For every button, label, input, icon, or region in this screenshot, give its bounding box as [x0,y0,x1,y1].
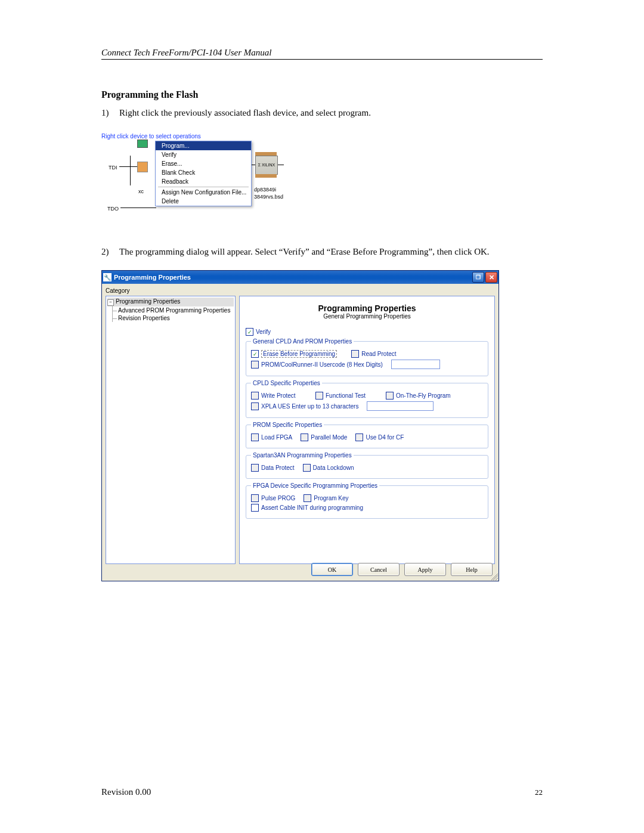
chip-pins [255,174,277,178]
menu-item-verify[interactable]: Verify [156,150,251,159]
dialog-title: Programming Properties [114,274,471,281]
xpla-input[interactable] [367,401,434,411]
group-spartan3an: Spartan3AN Programming Properties ✓Data … [246,452,488,479]
menu-item-blank-check[interactable]: Blank Check [156,168,251,177]
assert-init-checkbox[interactable]: ✓Assert Cable INIT during programming [251,504,363,512]
group-prom: PROM Specific Properties ✓Load FPGA ✓Par… [246,422,488,448]
checkbox-label: Use D4 for CF [366,434,404,441]
xilinx-chip-icon: Σ XILINX [255,156,278,175]
step-text: The programming dialog will appear. Sele… [119,245,543,259]
document-page: Connect Tech FreeForm/PCI-104 User Manua… [0,0,644,833]
hint-text: Right click device to select operations [101,133,201,140]
programming-properties-dialog: 🔧 Programming Properties ❐ ✕ Category −P… [101,270,499,581]
checkbox-icon: ✓ [251,504,259,512]
category-tree[interactable]: −Programming Properties Advanced PROM Pr… [106,296,236,564]
checkbox-icon: ✓ [251,392,259,400]
checkbox-icon: ✓ [301,433,308,441]
write-protect-checkbox[interactable]: ✓Write Protect [251,392,311,400]
cancel-button[interactable]: Cancel [358,563,400,576]
checkbox-icon: ✓ [251,464,259,472]
apply-button[interactable]: Apply [404,563,446,576]
tree-expand-icon[interactable]: − [107,299,114,306]
checkbox-icon: ✓ [315,392,323,400]
menu-item-assign-config[interactable]: Assign New Configuration File... [156,188,251,197]
checkbox-label: Erase Before Programming [261,350,337,358]
menu-item-readback[interactable]: Readback [156,177,251,186]
chip-icon [137,162,148,172]
pulse-prog-checkbox[interactable]: ✓Pulse PROG [251,494,295,502]
use-d4-checkbox[interactable]: ✓Use D4 for CF [355,433,404,441]
checkbox-label: Data Lockdown [313,465,354,471]
checkbox-label: On-The-Fly Program [396,392,451,399]
step-number: 2) [101,245,119,259]
footer-revision: Revision 0.00 [101,787,151,797]
group-legend: CPLD Specific Properties [251,380,322,386]
tree-item-label: Revision Properties [118,315,170,321]
menu-separator [158,187,249,187]
checkbox-label: Functional Test [326,392,366,399]
checkbox-icon: ✓ [251,433,259,441]
dialog-app-icon: 🔧 [103,273,112,281]
wire [120,208,156,208]
checkbox-icon: ✓ [251,350,259,358]
wire [119,166,137,167]
data-protect-checkbox[interactable]: ✓Data Protect [251,464,295,472]
pane-subtitle: General Programming Properties [246,313,488,320]
page-header: Connect Tech FreeForm/PCI-104 User Manua… [101,48,543,60]
step-text: Right click the previously associated fl… [119,106,543,120]
menu-item-delete[interactable]: Delete [156,197,251,206]
ok-button[interactable]: OK [311,563,353,576]
functional-test-checkbox[interactable]: ✓Functional Test [315,392,381,400]
program-key-checkbox[interactable]: ✓Program Key [304,494,348,502]
menu-item-erase[interactable]: Erase... [156,159,251,168]
checkbox-label: Load FPGA [261,434,292,441]
checkbox-icon: ✓ [251,494,259,502]
checkbox-label: Pulse PROG [261,495,295,501]
xpla-checkbox[interactable]: ✓XPLA UES Enter up to 13 characters [251,402,358,410]
parallel-mode-checkbox[interactable]: ✓Parallel Mode [301,433,347,441]
maximize-button[interactable]: ❐ [472,272,484,283]
group-cpld: CPLD Specific Properties ✓Write Protect … [246,380,488,418]
verify-row: ✓Verify [246,328,488,336]
group-legend: General CPLD And PROM Properties [251,338,354,345]
checkbox-icon: ✓ [355,433,363,441]
pane-title: Programming Properties [246,304,488,313]
tree-item-advanced-prom[interactable]: Advanced PROM Programming Properties [107,306,234,314]
menu-item-program[interactable]: Program... [156,141,251,150]
properties-pane: Programming Properties General Programmi… [239,296,495,564]
checkbox-icon: ✓ [246,328,253,336]
usercode-checkbox[interactable]: ✓PROM/CoolRunner-II Usercode (8 Hex Digi… [251,361,383,368]
step-2: 2) The programming dialog will appear. S… [101,245,543,259]
xilinx-label: Σ XILINX [258,163,275,167]
dialog-titlebar: 🔧 Programming Properties ❐ ✕ [102,271,499,284]
checkbox-icon: ✓ [351,350,359,358]
resize-grip-icon[interactable] [491,573,498,580]
checkbox-label: Verify [256,329,271,335]
checkbox-label: Assert Cable INIT during programming [261,504,363,511]
help-button[interactable]: Help [451,563,493,576]
on-the-fly-checkbox[interactable]: ✓On-The-Fly Program [386,392,451,400]
erase-before-checkbox[interactable]: ✓Erase Before Programming [251,350,337,358]
data-lockdown-checkbox[interactable]: ✓Data Lockdown [303,464,354,472]
group-legend: Spartan3AN Programming Properties [251,452,354,459]
screenshot-context-menu: Right click device to select operations … [101,132,292,227]
tree-item-programming-properties[interactable]: −Programming Properties [107,298,234,306]
wire [130,156,131,185]
close-button[interactable]: ✕ [485,272,497,283]
section-title: Programming the Flash [101,89,543,100]
tree-item-revision[interactable]: Revision Properties [107,314,234,322]
read-protect-checkbox[interactable]: ✓Read Protect [351,350,396,358]
dialog-body: Category −Programming Properties Advance… [102,284,499,581]
checkbox-label: PROM/CoolRunner-II Usercode (8 Hex Digit… [261,361,383,368]
load-fpga-checkbox[interactable]: ✓Load FPGA [251,433,292,441]
checkbox-label: Program Key [314,495,348,501]
checkbox-icon: ✓ [304,494,311,502]
chip-name: dp83849i [254,187,276,193]
chip-icon [137,140,148,148]
usercode-input[interactable] [391,360,440,369]
wire [278,165,284,165]
tdi-label: TDI [109,165,117,171]
verify-checkbox[interactable]: ✓Verify [246,328,271,336]
group-legend: FPGA Device Specific Programming Propert… [251,482,379,489]
category-label: Category [106,287,130,294]
